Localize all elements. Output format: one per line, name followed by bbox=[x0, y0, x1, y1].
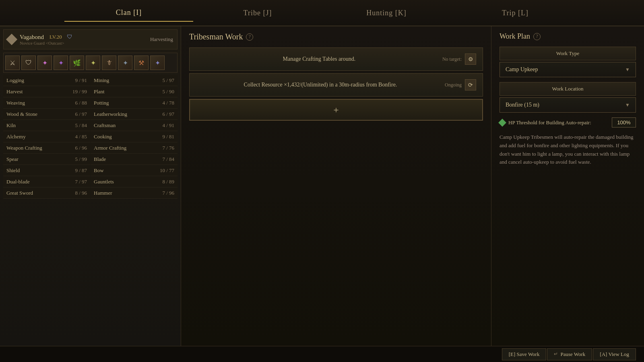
character-name: Vagabond bbox=[20, 34, 44, 41]
list-item[interactable]: Great Sword 8 / 96 bbox=[3, 188, 90, 199]
tribesman-work-title: Tribesman Work ? bbox=[189, 32, 483, 41]
bottom-bar: [E] Save Work ↵ Pause Work [A] View Log bbox=[0, 346, 644, 362]
chevron-down-icon: ▼ bbox=[625, 67, 630, 73]
add-task-button[interactable]: + bbox=[189, 99, 483, 121]
list-item[interactable]: Weaving 6 / 88 bbox=[3, 98, 90, 109]
work-task-0[interactable]: Manage Crafting Tables around. No target… bbox=[189, 47, 483, 71]
save-work-label: [E] Save Work bbox=[509, 351, 540, 358]
list-item[interactable]: Weapon Crafting 6 / 96 bbox=[3, 143, 90, 154]
list-item[interactable]: Plant 5 / 90 bbox=[91, 86, 178, 97]
skill-icon-4[interactable]: 🌿 bbox=[70, 56, 84, 70]
chevron-down-icon-2: ▼ bbox=[625, 102, 630, 108]
skill-icon-9[interactable]: ✦ bbox=[150, 56, 165, 70]
tribesman-work-help-icon[interactable]: ? bbox=[246, 33, 253, 41]
plus-icon: + bbox=[333, 105, 339, 115]
skill-list: Logging 9 / 91 Mining 5 / 97 Harvest 19 … bbox=[3, 75, 178, 199]
list-item[interactable]: Craftsman 4 / 91 bbox=[91, 120, 178, 131]
task-settings-icon-0[interactable]: ⚙ bbox=[465, 53, 476, 65]
right-panel: Work Plan ? Work Type Camp Upkeep ▼ Work… bbox=[491, 26, 644, 346]
hp-threshold-label: HP Threshold for Building Auto-repair: bbox=[508, 119, 609, 126]
skill-icon-8[interactable]: ⚒ bbox=[134, 56, 149, 70]
work-task-1[interactable]: Collect Resource ×1,432/(Unlimited) in a… bbox=[189, 73, 483, 97]
main-layout: Vagabond LV.20 🛡 Novice Guard <Outcast> … bbox=[0, 26, 644, 346]
list-item[interactable]: Armor Crafting 7 / 76 bbox=[91, 143, 178, 154]
work-plan-description: Camp Upkeep Tribesmen will auto-repair t… bbox=[500, 133, 636, 167]
list-item[interactable]: Gauntlets 8 / 89 bbox=[91, 177, 178, 187]
skill-icon-7[interactable]: ✦ bbox=[118, 56, 132, 70]
work-location-value: Bonfire (15 m) bbox=[506, 102, 539, 108]
list-item[interactable]: Bow 10 / 77 bbox=[91, 165, 178, 176]
skill-icon-0[interactable]: ⚔ bbox=[5, 56, 20, 70]
tab-tribe[interactable]: Tribe [J] bbox=[193, 5, 322, 21]
tab-hunting[interactable]: Hunting [K] bbox=[322, 5, 451, 21]
work-plan-help-icon[interactable]: ? bbox=[533, 33, 541, 40]
list-item[interactable]: Harvest 19 / 99 bbox=[3, 86, 90, 97]
character-diamond-icon bbox=[6, 34, 17, 45]
hp-diamond-icon bbox=[498, 119, 506, 127]
list-item[interactable]: Mining 5 / 97 bbox=[91, 75, 178, 86]
character-action: Harvesting bbox=[150, 36, 173, 43]
list-item[interactable]: Alchemy 4 / 85 bbox=[3, 132, 90, 142]
shield-icon: 🛡 bbox=[67, 34, 72, 40]
list-item[interactable]: Dual-blade 7 / 97 bbox=[3, 177, 90, 187]
skill-icon-1[interactable]: 🛡 bbox=[21, 56, 36, 70]
task-settings-icon-1[interactable]: ⟳ bbox=[465, 79, 476, 90]
list-item[interactable]: Logging 9 / 91 bbox=[3, 75, 90, 86]
character-level: LV.20 bbox=[50, 34, 62, 40]
work-location-dropdown[interactable]: Bonfire (15 m) ▼ bbox=[500, 97, 636, 113]
skill-icons-row: ⚔ 🛡 ✦ ✦ 🌿 ✦ 🗡 ✦ ⚒ ✦ bbox=[3, 53, 178, 73]
character-subtitle: Novice Guard <Outcast> bbox=[20, 41, 150, 45]
task-badge-0: No target: bbox=[442, 56, 462, 62]
character-header: Vagabond LV.20 🛡 Novice Guard <Outcast> … bbox=[3, 29, 178, 49]
hp-threshold-input[interactable] bbox=[612, 117, 636, 128]
view-log-button[interactable]: [A] View Log bbox=[593, 348, 636, 360]
hp-threshold-row: HP Threshold for Building Auto-repair: bbox=[500, 117, 636, 128]
list-item[interactable]: Shield 9 / 87 bbox=[3, 165, 90, 176]
list-item[interactable]: Blade 7 / 84 bbox=[91, 154, 178, 165]
list-item[interactable]: Cooking 9 / 81 bbox=[91, 132, 178, 142]
pause-work-label: Pause Work bbox=[560, 351, 585, 358]
work-plan-title: Work Plan ? bbox=[500, 32, 636, 41]
list-item[interactable]: Spear 5 / 99 bbox=[3, 154, 90, 165]
list-item[interactable]: Potting 4 / 78 bbox=[91, 98, 178, 109]
work-location-label: Work Location bbox=[500, 82, 636, 96]
top-nav: Clan [I] Tribe [J] Hunting [K] Trip [L] bbox=[0, 0, 644, 26]
tab-trip[interactable]: Trip [L] bbox=[451, 5, 580, 21]
task-badge-1: Ongoing bbox=[445, 82, 462, 88]
pause-key-icon: ↵ bbox=[554, 351, 558, 357]
ui-wrapper: Clan [I] Tribe [J] Hunting [K] Trip [L] … bbox=[0, 0, 644, 362]
work-type-value: Camp Upkeep bbox=[506, 66, 538, 73]
skill-icon-5[interactable]: ✦ bbox=[86, 56, 100, 70]
list-item[interactable]: Leatherworking 6 / 97 bbox=[91, 109, 178, 120]
view-log-label: [A] View Log bbox=[600, 351, 629, 358]
left-panel: Vagabond LV.20 🛡 Novice Guard <Outcast> … bbox=[0, 26, 181, 346]
skill-icon-2[interactable]: ✦ bbox=[37, 56, 52, 70]
skill-icon-6[interactable]: 🗡 bbox=[102, 56, 116, 70]
pause-work-button[interactable]: ↵ Pause Work bbox=[547, 348, 592, 360]
save-work-button[interactable]: [E] Save Work bbox=[502, 348, 547, 360]
list-item[interactable]: Wood & Stone 6 / 97 bbox=[3, 109, 90, 120]
work-type-dropdown[interactable]: Camp Upkeep ▼ bbox=[500, 62, 636, 77]
list-item[interactable]: Kiln 5 / 84 bbox=[3, 120, 90, 131]
skill-icon-3[interactable]: ✦ bbox=[54, 56, 68, 70]
middle-panel: Tribesman Work ? Manage Crafting Tables … bbox=[181, 26, 491, 346]
tab-clan[interactable]: Clan [I] bbox=[64, 4, 193, 22]
list-item[interactable]: Hammer 7 / 96 bbox=[91, 188, 178, 199]
work-type-label: Work Type bbox=[500, 47, 636, 60]
